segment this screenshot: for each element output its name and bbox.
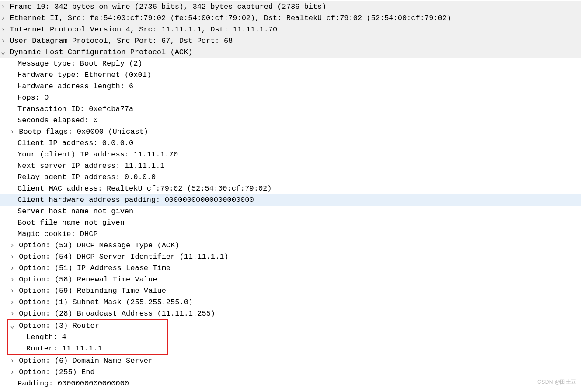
label: Bootp flags: 0x0000 (Unicast): [19, 128, 148, 136]
option-1[interactable]: › Option: (1) Subnet Mask (255.255.255.0…: [0, 297, 581, 308]
label: Internet Protocol Version 4, Src: 11.11.…: [10, 25, 277, 34]
option-58[interactable]: › Option: (58) Renewal Time Value: [0, 274, 581, 285]
chevron-down-icon: ⌄: [1, 47, 5, 58]
label: Length: 4: [26, 333, 66, 341]
highlight-box: ⌄ Option: (3) Router Length: 4 Router: 1…: [7, 319, 168, 355]
chevron-right-icon: ›: [10, 308, 14, 319]
watermark: CSDN @田土豆: [537, 376, 577, 388]
option-54[interactable]: › Option: (54) DHCP Server Identifier (1…: [0, 251, 581, 263]
tree-row-ipv4[interactable]: › Internet Protocol Version 4, Src: 11.1…: [0, 24, 581, 35]
field-padding[interactable]: Padding: 0000000000000000: [0, 378, 581, 389]
label: Client hardware address padding: 0000000…: [17, 196, 254, 204]
field-client-hw-padding[interactable]: Client hardware address padding: 0000000…: [0, 194, 581, 206]
chevron-right-icon: ›: [10, 355, 14, 367]
label: Option: (54) DHCP Server Identifier (11.…: [19, 253, 228, 261]
tree-row-udp[interactable]: › User Datagram Protocol, Src Port: 67, …: [0, 35, 581, 47]
tree-row-dhcp[interactable]: ⌄ Dynamic Host Configuration Protocol (A…: [0, 47, 581, 58]
chevron-right-icon: ›: [10, 274, 14, 285]
label: Your (client) IP address: 11.11.1.70: [17, 150, 178, 159]
field-magic-cookie[interactable]: Magic cookie: DHCP: [0, 229, 581, 240]
label: Option: (58) Renewal Time Value: [19, 275, 157, 284]
chevron-right-icon: ›: [10, 263, 14, 274]
chevron-right-icon: ›: [1, 13, 5, 24]
label: Client MAC address: RealtekU_cf:79:02 (5…: [17, 184, 272, 193]
label: Option: (51) IP Address Lease Time: [19, 264, 170, 272]
chevron-right-icon: ›: [10, 240, 14, 251]
label: Option: (3) Router: [19, 322, 99, 330]
option-3-router[interactable]: Router: 11.11.1.1: [8, 343, 167, 354]
label: Option: (6) Domain Name Server: [19, 357, 153, 365]
label: Frame 10: 342 bytes on wire (2736 bits),…: [10, 3, 326, 11]
label: Option: (59) Rebinding Time Value: [19, 287, 166, 295]
label: Hardware address length: 6: [17, 82, 133, 90]
option-51[interactable]: › Option: (51) IP Address Lease Time: [0, 263, 581, 274]
field-hops[interactable]: Hops: 0: [0, 92, 581, 104]
field-message-type[interactable]: Message type: Boot Reply (2): [0, 58, 581, 69]
tree-row-ethernet[interactable]: › Ethernet II, Src: fe:54:00:cf:79:02 (f…: [0, 13, 581, 24]
field-your-ip[interactable]: Your (client) IP address: 11.11.1.70: [0, 149, 581, 160]
label: Message type: Boot Reply (2): [17, 59, 143, 68]
label: Option: (1) Subnet Mask (255.255.255.0): [19, 298, 193, 306]
label: Dynamic Host Configuration Protocol (ACK…: [10, 48, 192, 56]
label: Hardware type: Ethernet (0x01): [17, 71, 151, 79]
label: Padding: 0000000000000000: [17, 379, 129, 388]
field-transaction-id[interactable]: Transaction ID: 0xefcba77a: [0, 104, 581, 115]
option-3-length[interactable]: Length: 4: [8, 332, 167, 343]
label: Option: (255) End: [19, 368, 94, 376]
field-relay-agent-ip[interactable]: Relay agent IP address: 0.0.0.0: [0, 172, 581, 183]
label: Transaction ID: 0xefcba77a: [17, 105, 133, 113]
label: Next server IP address: 11.11.1.1: [17, 162, 165, 170]
label: Seconds elapsed: 0: [17, 116, 98, 125]
field-client-mac[interactable]: Client MAC address: RealtekU_cf:79:02 (5…: [0, 183, 581, 194]
label: Magic cookie: DHCP: [17, 230, 98, 238]
field-client-ip[interactable]: Client IP address: 0.0.0.0: [0, 138, 581, 149]
label: Hops: 0: [17, 94, 49, 102]
chevron-right-icon: ›: [1, 35, 5, 47]
label: Boot file name not given: [17, 219, 125, 227]
field-bootp-flags[interactable]: › Bootp flags: 0x0000 (Unicast): [0, 126, 581, 138]
label: Ethernet II, Src: fe:54:00:cf:79:02 (fe:…: [10, 14, 451, 22]
chevron-right-icon: ›: [10, 126, 14, 138]
option-59[interactable]: › Option: (59) Rebinding Time Value: [0, 285, 581, 297]
option-53[interactable]: › Option: (53) DHCP Message Type (ACK): [0, 240, 581, 251]
field-boot-file-name[interactable]: Boot file name not given: [0, 217, 581, 229]
chevron-down-icon: ⌄: [10, 320, 14, 332]
option-6[interactable]: › Option: (6) Domain Name Server: [0, 355, 581, 367]
chevron-right-icon: ›: [1, 24, 5, 35]
option-255[interactable]: › Option: (255) End: [0, 367, 581, 378]
label: User Datagram Protocol, Src Port: 67, Ds…: [10, 37, 233, 45]
field-hardware-type[interactable]: Hardware type: Ethernet (0x01): [0, 69, 581, 81]
field-server-host-name[interactable]: Server host name not given: [0, 206, 581, 217]
label: Option: (53) DHCP Message Type (ACK): [19, 241, 179, 250]
chevron-right-icon: ›: [1, 1, 5, 13]
label: Router: 11.11.1.1: [26, 344, 102, 353]
label: Option: (28) Broadcast Address (11.11.1.…: [19, 309, 215, 318]
label: Server host name not given: [17, 207, 133, 215]
field-next-server-ip[interactable]: Next server IP address: 11.11.1.1: [0, 160, 581, 172]
chevron-right-icon: ›: [10, 297, 14, 308]
chevron-right-icon: ›: [10, 367, 14, 378]
option-3[interactable]: ⌄ Option: (3) Router: [8, 320, 167, 332]
label: Relay agent IP address: 0.0.0.0: [17, 173, 156, 181]
field-hw-addr-length[interactable]: Hardware address length: 6: [0, 81, 581, 92]
field-seconds-elapsed[interactable]: Seconds elapsed: 0: [0, 115, 581, 126]
option-28[interactable]: › Option: (28) Broadcast Address (11.11.…: [0, 308, 581, 319]
label: Client IP address: 0.0.0.0: [17, 139, 133, 147]
chevron-right-icon: ›: [10, 251, 14, 263]
tree-row-frame[interactable]: › Frame 10: 342 bytes on wire (2736 bits…: [0, 1, 581, 13]
chevron-right-icon: ›: [10, 285, 14, 297]
